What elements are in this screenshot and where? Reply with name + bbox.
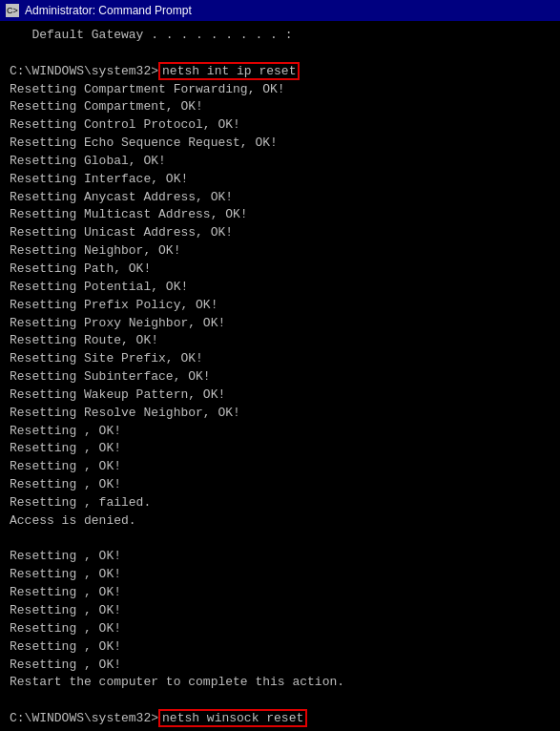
title-bar-text: Administrator: Command Prompt — [25, 4, 192, 17]
line-21: Resetting Wakeup Pattern, OK! — [10, 386, 550, 405]
line-31: Resetting , OK! — [10, 566, 550, 584]
terminal-body: Default Gateway . . . . . . . . . : C:\W… — [0, 21, 560, 731]
line-20: Resetting Subinterface, OK! — [10, 368, 550, 386]
line-25: Resetting , OK! — [10, 458, 550, 476]
title-bar-icon: C> — [6, 4, 19, 17]
line-blank-3 — [10, 692, 550, 710]
line-32: Resetting , OK! — [10, 584, 550, 602]
line-19: Resetting Site Prefix, OK! — [10, 350, 550, 368]
line-18: Resetting Route, OK! — [10, 332, 550, 350]
line-17: Resetting Proxy Neighbor, OK! — [10, 315, 550, 333]
line-blank-2 — [10, 531, 550, 549]
line-7: Resetting Echo Sequence Request, OK! — [10, 135, 550, 153]
line-24: Resetting , OK! — [10, 440, 550, 458]
title-bar: C> Administrator: Command Prompt — [0, 0, 560, 21]
line-35: Resetting , OK! — [10, 638, 550, 657]
line-16: Resetting Prefix Policy, OK! — [10, 297, 550, 315]
line-11: Resetting Multicast Address, OK! — [10, 206, 550, 224]
line-cmd-1: C:\WINDOWS\system32>netsh int ip reset — [10, 63, 550, 81]
line-22: Resetting Resolve Neighbor, OK! — [10, 405, 550, 423]
line-12: Resetting Unicast Address, OK! — [10, 224, 550, 242]
line-13: Resetting Neighbor, OK! — [10, 242, 550, 261]
cmd-box-1: netsh int ip reset — [158, 62, 300, 80]
line-15: Resetting Potential, OK! — [10, 279, 550, 297]
line-27: Resetting , failed. — [10, 494, 550, 512]
prompt-1: C:\WINDOWS\system32> — [10, 64, 158, 78]
line-blank-1 — [10, 45, 550, 63]
line-4: Resetting Compartment Forwarding, OK! — [10, 81, 550, 99]
line-14: Resetting Path, OK! — [10, 261, 550, 279]
line-33: Resetting , OK! — [10, 602, 550, 620]
line-6: Resetting Control Protocol, OK! — [10, 116, 550, 135]
line-34: Resetting , OK! — [10, 620, 550, 638]
cmd-box-2: netsh winsock reset — [158, 709, 307, 727]
line-1: Default Gateway . . . . . . . . . : — [10, 27, 550, 45]
line-26: Resetting , OK! — [10, 476, 550, 494]
line-8: Resetting Global, OK! — [10, 153, 550, 171]
line-cmd-2: C:\WINDOWS\system32>netsh winsock reset — [10, 710, 550, 728]
line-5: Resetting Compartment, OK! — [10, 98, 550, 116]
line-30: Resetting , OK! — [10, 548, 550, 566]
prompt-2: C:\WINDOWS\system32> — [10, 711, 158, 725]
line-37: Restart the computer to complete this ac… — [10, 674, 550, 692]
line-9: Resetting Interface, OK! — [10, 171, 550, 189]
line-23: Resetting , OK! — [10, 423, 550, 441]
line-10: Resetting Anycast Address, OK! — [10, 189, 550, 207]
line-36: Resetting , OK! — [10, 657, 550, 675]
line-28: Access is denied. — [10, 512, 550, 531]
